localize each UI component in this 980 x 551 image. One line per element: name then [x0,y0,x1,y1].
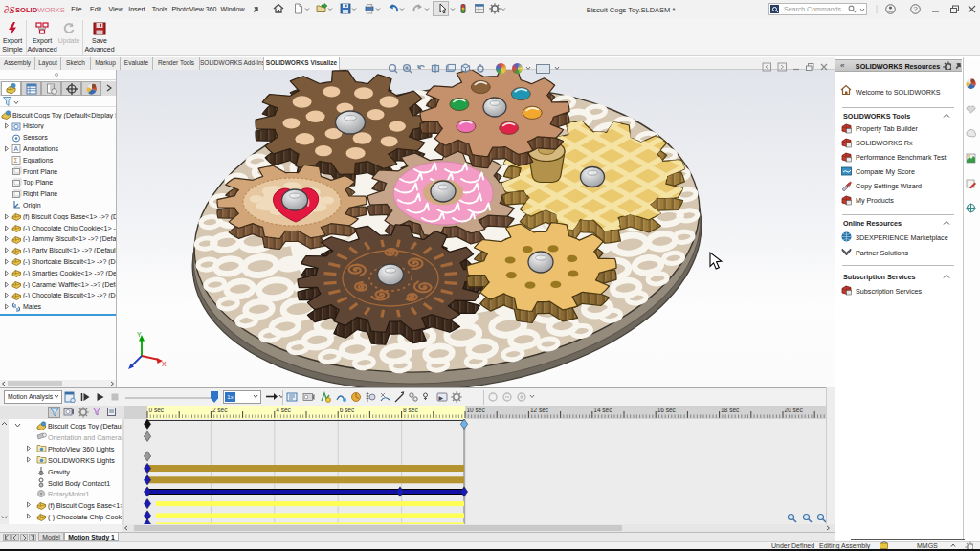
svg-text:10 sec: 10 sec [467,407,486,413]
svg-text:16 sec: 16 sec [657,407,677,413]
svg-text:?: ? [914,5,918,13]
svg-text:SOLIDWORKS: SOLIDWORKS [15,6,65,14]
svg-text:6 sec: 6 sec [340,407,355,413]
svg-text:A: A [14,145,19,152]
svg-text:2 sec: 2 sec [212,407,228,413]
svg-text:∂S: ∂S [4,4,15,15]
svg-text:12 sec: 12 sec [530,407,549,413]
svg-text:Y: Y [137,331,142,338]
svg-text:8 sec: 8 sec [403,407,418,413]
svg-text:▶: ▶ [439,395,444,401]
svg-text:0 sec: 0 sec [149,407,165,413]
svg-text:X: X [162,361,167,367]
svg-text:4 sec: 4 sec [276,407,291,413]
svg-text:Σ: Σ [14,157,18,164]
svg-text:20 sec: 20 sec [785,407,804,413]
svg-text:18 sec: 18 sec [721,407,740,413]
svg-text:14 sec: 14 sec [593,407,612,413]
